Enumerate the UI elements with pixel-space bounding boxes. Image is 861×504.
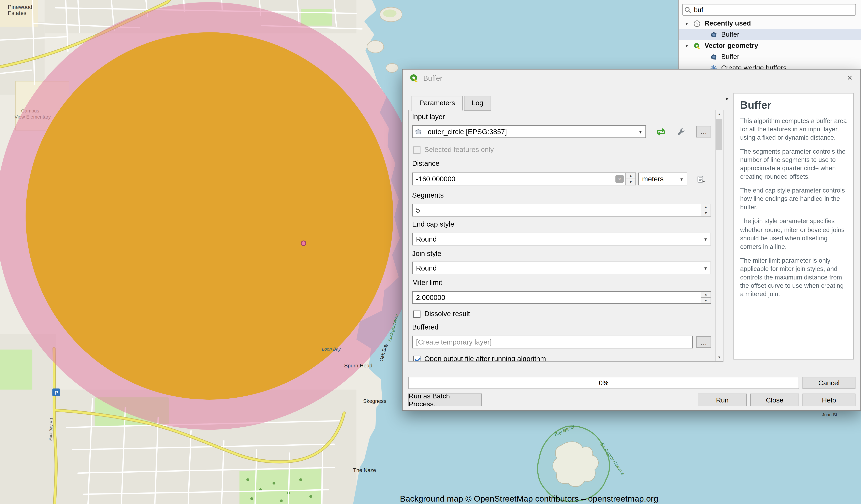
selected-features-checkbox[interactable] bbox=[413, 146, 421, 153]
dialog-tabs: Parameters Log bbox=[412, 96, 492, 111]
polygon-layer-icon bbox=[414, 128, 424, 135]
help-paragraph: The miter limit parameter is only applic… bbox=[740, 256, 847, 298]
wrench-icon bbox=[677, 127, 686, 136]
help-button[interactable]: Help bbox=[803, 394, 856, 406]
tree-group-vector-geometry[interactable]: ▾ Vector geometry bbox=[679, 40, 861, 51]
input-layer-combobox[interactable]: outer_circle [EPSG:3857] ▾ bbox=[412, 125, 646, 138]
map-attribution: Background map © OpenStreetMap contribut… bbox=[334, 494, 724, 503]
help-paragraph: The segments parameter controls the numb… bbox=[740, 148, 847, 181]
selected-features-checkbox-row[interactable]: Selected features only bbox=[413, 146, 494, 154]
input-layer-browse-button[interactable]: … bbox=[696, 126, 711, 138]
qgis-icon bbox=[693, 42, 701, 50]
cancel-button[interactable]: Cancel bbox=[803, 377, 856, 389]
distance-field[interactable]: × ▲▼ bbox=[412, 172, 636, 185]
screenshot-root: Campus View Elementary bbox=[0, 0, 861, 504]
toolbox-search[interactable] bbox=[682, 4, 856, 16]
close-icon[interactable]: × bbox=[845, 73, 855, 83]
iterate-icon bbox=[656, 127, 667, 136]
tree-group-recently-used[interactable]: ▾ Recently used bbox=[679, 18, 861, 29]
segments-field[interactable]: ▲▼ bbox=[412, 204, 711, 216]
tree-item-label: Buffer bbox=[721, 31, 739, 38]
help-panel: Buffer This algorithm computes a buffer … bbox=[734, 93, 854, 360]
advanced-options-button[interactable] bbox=[673, 125, 689, 138]
tree-item-label: Buffer bbox=[721, 53, 739, 60]
iterate-over-layer-button[interactable] bbox=[653, 125, 669, 138]
help-paragraph: This algorithm computes a buffer area fo… bbox=[740, 117, 847, 142]
join-style-combobox[interactable]: Round ▾ bbox=[412, 262, 711, 275]
spin-up-icon[interactable]: ▲ bbox=[701, 204, 711, 210]
map-label-skegness: Skegness bbox=[363, 398, 386, 404]
tree-group-label: Vector geometry bbox=[705, 42, 758, 50]
qgis-logo-icon bbox=[409, 73, 419, 83]
buffered-circle-layer bbox=[26, 32, 393, 400]
buffered-browse-button[interactable]: … bbox=[696, 336, 711, 348]
buffered-label: Buffered bbox=[412, 323, 438, 331]
miter-limit-field[interactable]: ▲▼ bbox=[412, 291, 711, 304]
scrollbar-thumb[interactable] bbox=[716, 119, 722, 150]
spin-down-icon[interactable]: ▼ bbox=[701, 210, 711, 216]
run-button[interactable]: Run bbox=[698, 394, 747, 406]
distance-units-value: meters bbox=[639, 175, 677, 183]
close-button[interactable]: Close bbox=[750, 394, 799, 406]
help-collapse-icon[interactable]: ▸ bbox=[726, 96, 728, 101]
center-point bbox=[301, 241, 306, 246]
segments-label: Segments bbox=[412, 192, 444, 199]
open-output-checkbox-row[interactable]: Open output file after running algorithm bbox=[413, 355, 546, 362]
spin-down-icon[interactable]: ▼ bbox=[626, 179, 636, 185]
spin-up-icon[interactable]: ▲ bbox=[626, 173, 636, 179]
parking-letter: P bbox=[55, 390, 58, 396]
end-cap-style-combobox[interactable]: Round ▾ bbox=[412, 233, 711, 246]
tab-log[interactable]: Log bbox=[464, 96, 491, 111]
chevron-expanded-icon[interactable]: ▾ bbox=[686, 21, 691, 26]
help-title: Buffer bbox=[740, 99, 847, 111]
tree-item-buffer-recent[interactable]: Buffer bbox=[679, 29, 861, 40]
distance-label: Distance bbox=[412, 160, 439, 167]
end-cap-style-value: Round bbox=[413, 235, 701, 243]
open-output-label: Open output file after running algorithm bbox=[424, 355, 546, 362]
search-input[interactable] bbox=[693, 6, 856, 14]
dissolve-checkbox[interactable] bbox=[413, 310, 421, 318]
miter-limit-input[interactable] bbox=[413, 294, 701, 302]
chevron-down-icon: ▾ bbox=[701, 265, 711, 271]
dialog-titlebar[interactable]: Buffer bbox=[403, 70, 861, 86]
scroll-up-icon[interactable]: ▲ bbox=[715, 110, 723, 118]
map-label-juan: Juan St bbox=[822, 412, 837, 417]
buffered-output-field[interactable] bbox=[412, 336, 693, 348]
segments-input[interactable] bbox=[413, 206, 701, 214]
clear-value-icon[interactable]: × bbox=[615, 175, 624, 183]
search-icon bbox=[683, 6, 693, 14]
dialog-title: Buffer bbox=[423, 74, 442, 82]
data-defined-override-button[interactable] bbox=[693, 172, 710, 185]
buffered-output-input[interactable] bbox=[413, 338, 692, 346]
dissolve-checkbox-row[interactable]: Dissolve result bbox=[413, 310, 470, 318]
input-layer-label: Input layer bbox=[412, 113, 445, 121]
end-cap-style-label: End cap style bbox=[412, 221, 454, 228]
tab-parameters[interactable]: Parameters bbox=[412, 96, 463, 111]
open-output-checkbox[interactable] bbox=[413, 355, 421, 362]
clock-icon bbox=[693, 19, 701, 27]
help-paragraph: The join style parameter specifies wheth… bbox=[740, 217, 847, 251]
processing-toolbox-panel: ▾ Recently used Buffer ▾ Vector geometry bbox=[678, 0, 861, 76]
tree-group-label: Recently used bbox=[705, 19, 751, 27]
spin-up-icon[interactable]: ▲ bbox=[701, 292, 711, 298]
distance-input[interactable] bbox=[413, 175, 615, 183]
miter-limit-spinner[interactable]: ▲▼ bbox=[701, 292, 711, 303]
parameters-scrollbar[interactable]: ▲ ▼ bbox=[715, 110, 723, 361]
chevron-expanded-icon[interactable]: ▾ bbox=[686, 43, 691, 48]
data-defined-override-icon bbox=[697, 174, 706, 183]
run-as-batch-button[interactable]: Run as Batch Process… bbox=[408, 394, 482, 406]
segments-spinner[interactable]: ▲▼ bbox=[701, 204, 711, 216]
scroll-down-icon[interactable]: ▼ bbox=[715, 353, 723, 361]
dissolve-label: Dissolve result bbox=[424, 310, 470, 318]
map-label-pinewood-2: Estates bbox=[8, 10, 26, 16]
map-label-pinewood-1: Pinewood bbox=[8, 4, 32, 10]
distance-spinner[interactable]: ▲▼ bbox=[625, 173, 635, 185]
distance-units-combobox[interactable]: meters ▾ bbox=[638, 172, 687, 185]
buffer-algorithm-icon bbox=[710, 31, 718, 38]
map-label-spurn-head: Spurn Head bbox=[344, 363, 372, 369]
tree-item-buffer[interactable]: Buffer bbox=[679, 51, 861, 62]
buffer-dialog: Buffer × Parameters Log Input layer oute… bbox=[402, 69, 861, 411]
parameters-pane: Input layer outer_circle [EPSG:3857] ▾ bbox=[408, 110, 723, 362]
spin-down-icon[interactable]: ▼ bbox=[701, 298, 711, 303]
chevron-down-icon: ▾ bbox=[677, 176, 687, 182]
